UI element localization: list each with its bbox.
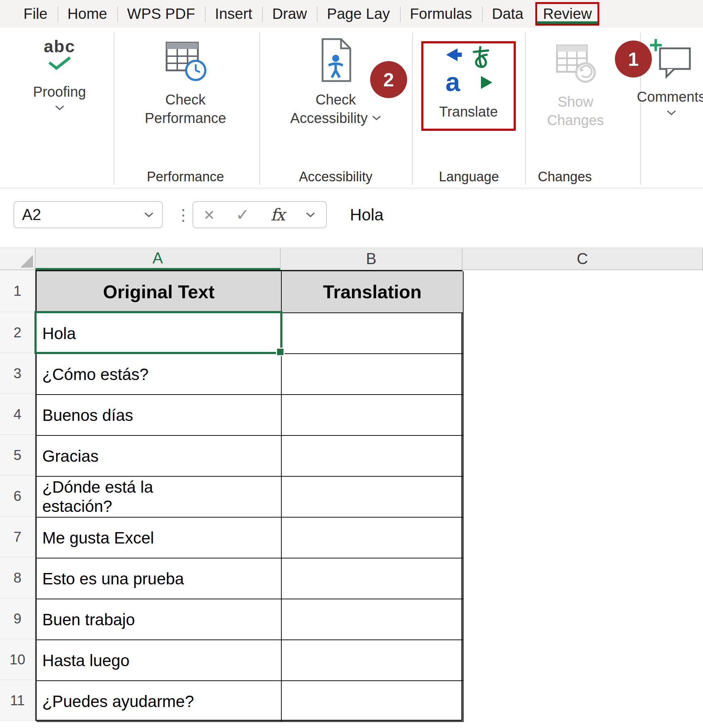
excel-window: File Home WPS PDF Insert Draw Page Lay F…: [0, 0, 703, 728]
cell-B9[interactable]: [282, 599, 464, 640]
cell-B2[interactable]: [282, 313, 464, 354]
cell-A9[interactable]: Buen trabajo: [37, 599, 282, 640]
cell-B3[interactable]: [282, 354, 464, 395]
formula-input[interactable]: Hola: [350, 201, 384, 228]
cell-B7[interactable]: [282, 517, 464, 558]
table-history-icon: [554, 42, 597, 84]
row-header-6[interactable]: 6: [0, 476, 36, 517]
row-header-5[interactable]: 5: [0, 435, 36, 476]
cell-B5[interactable]: [282, 436, 464, 477]
tab-formulas[interactable]: Formulas: [400, 0, 482, 28]
row-header-2[interactable]: 2: [0, 312, 36, 353]
group-label-accessibility: Accessibility: [282, 169, 389, 185]
show-changes-button[interactable]: Show Changes: [531, 42, 620, 129]
tab-insert[interactable]: Insert: [205, 0, 262, 28]
cell-A5[interactable]: Gracias: [37, 436, 282, 477]
column-header-B[interactable]: B: [281, 248, 462, 270]
formula-controls: × ✓ fx: [193, 201, 327, 228]
row-header-1[interactable]: 1: [0, 270, 36, 312]
proofing-button[interactable]: abc Proofing: [20, 38, 99, 111]
chevron-down-icon[interactable]: [144, 211, 154, 218]
check-performance-button[interactable]: Check Performance: [139, 38, 232, 127]
select-all-corner[interactable]: [0, 248, 36, 270]
cell-B11[interactable]: [282, 681, 464, 722]
group-divider: [525, 33, 526, 185]
cell-B1[interactable]: Translation: [282, 271, 464, 313]
group-divider: [114, 33, 114, 185]
tab-page-layout[interactable]: Page Lay: [317, 0, 400, 28]
ribbon-review: abc Proofing Check: [0, 28, 703, 188]
proofing-label: Proofing: [33, 82, 86, 101]
row-header-4[interactable]: 4: [0, 394, 36, 435]
tab-data[interactable]: Data: [482, 0, 533, 28]
tab-review[interactable]: Review: [535, 2, 599, 26]
cell-A10[interactable]: Hasta luego: [37, 640, 282, 681]
selected-cell-outline[interactable]: [35, 311, 282, 354]
row-header-8[interactable]: 8: [0, 558, 36, 598]
chevron-down-icon: [372, 115, 381, 121]
annotation-box-translate: [421, 41, 516, 131]
tab-draw[interactable]: Draw: [262, 0, 317, 28]
ribbon-tab-bar: File Home WPS PDF Insert Draw Page Lay F…: [0, 0, 703, 28]
cell-A8[interactable]: Esto es una prueba: [37, 558, 282, 599]
proofing-abc-icon: abc: [44, 38, 75, 55]
group-label-language: Language: [423, 169, 515, 185]
group-divider: [412, 33, 413, 185]
formula-bar: A2 ⋮ × ✓ fx Hola: [0, 189, 703, 248]
group-divider: [259, 33, 260, 185]
chevron-down-icon[interactable]: [305, 211, 315, 218]
comments-label: Comments: [637, 87, 703, 106]
group-label-performance: Performance: [139, 169, 232, 185]
cell-A11[interactable]: ¿Puedes ayudarme?: [37, 681, 282, 722]
cell-B8[interactable]: [282, 558, 464, 599]
cell-B6[interactable]: [282, 477, 464, 517]
table-clock-icon: [163, 38, 208, 82]
spreadsheet-grid: A B C 1 2 3 4 5 6 7 8 9 10 11 Original T…: [0, 248, 703, 728]
new-comment-icon: [650, 38, 693, 79]
group-label-changes: Changes: [519, 169, 611, 185]
tab-wps-pdf[interactable]: WPS PDF: [117, 0, 205, 28]
cancel-icon[interactable]: ×: [204, 204, 215, 225]
cell-A6[interactable]: ¿Dónde está la estación?: [37, 477, 282, 517]
column-header-A[interactable]: A: [36, 248, 281, 270]
row-header-7[interactable]: 7: [0, 517, 36, 558]
column-header-C[interactable]: C: [462, 248, 703, 270]
proofing-check-icon: [46, 55, 73, 70]
row-header-9[interactable]: 9: [0, 598, 36, 639]
formula-bar-drag-handle[interactable]: ⋮: [176, 201, 191, 228]
cell-A3[interactable]: ¿Cómo estás?: [37, 354, 282, 395]
cell-A1[interactable]: Original Text: [37, 271, 282, 313]
cell-A4[interactable]: Buenos días: [37, 395, 282, 436]
tab-home[interactable]: Home: [58, 0, 117, 28]
enter-icon[interactable]: ✓: [236, 205, 250, 224]
cell-A7[interactable]: Me gusta Excel: [37, 517, 282, 558]
check-accessibility-label-line2: Accessibility: [290, 109, 381, 127]
show-changes-label-line2: Changes: [547, 111, 604, 129]
name-box[interactable]: A2: [13, 201, 163, 228]
cell-B4[interactable]: [282, 395, 464, 436]
row-header-3[interactable]: 3: [0, 353, 36, 394]
check-accessibility-label-line1: Check: [315, 90, 356, 109]
annotation-badge-1: 1: [615, 40, 652, 78]
show-changes-label-line1: Show: [558, 92, 593, 111]
chevron-down-icon: [666, 110, 677, 116]
accessibility-person-icon: [315, 37, 357, 84]
check-performance-label-line1: Check: [165, 90, 205, 109]
cell-B10[interactable]: [282, 640, 464, 681]
name-box-value: A2: [22, 206, 144, 224]
row-header-10[interactable]: 10: [0, 639, 36, 680]
row-header-11[interactable]: 11: [0, 680, 36, 721]
check-performance-label-line2: Performance: [145, 109, 226, 127]
tab-file[interactable]: File: [13, 0, 58, 28]
chevron-down-icon: [54, 104, 65, 111]
annotation-badge-2: 2: [370, 61, 407, 98]
insert-function-icon[interactable]: fx: [271, 205, 285, 224]
